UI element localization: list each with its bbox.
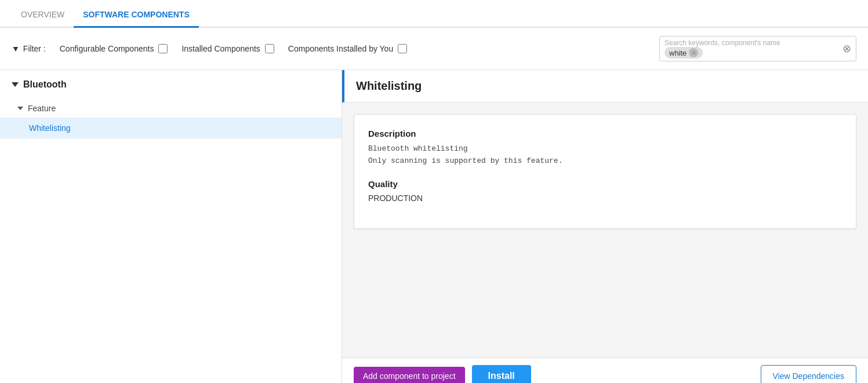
add-component-button[interactable]: Add component to project xyxy=(354,367,465,383)
filter-label: ▼ Filter : xyxy=(12,44,46,53)
sidebar-group-bluetooth[interactable]: Bluetooth xyxy=(0,70,342,99)
filter-installed: Installed Components xyxy=(181,44,274,53)
quality-label: Quality xyxy=(368,179,842,189)
feature-label: Feature xyxy=(28,104,56,113)
view-dependencies-button[interactable]: View Dependencies xyxy=(761,365,857,383)
configurable-checkbox[interactable] xyxy=(158,44,168,53)
panel-body: Description Bluetooth whitelisting Only … xyxy=(342,103,868,358)
installed-label: Installed Components xyxy=(181,44,260,53)
tab-software-components[interactable]: SOFTWARE COMPONENTS xyxy=(74,3,199,28)
panel-title-bar: Whitelisting xyxy=(342,70,868,103)
quality-section: Quality PRODUCTION xyxy=(368,179,842,203)
right-panel: Whitelisting Description Bluetooth white… xyxy=(342,70,868,383)
panel-title: Whitelisting xyxy=(356,79,422,93)
search-tag-close-icon[interactable]: ✕ xyxy=(689,48,698,57)
sidebar-subgroup-feature[interactable]: Feature xyxy=(0,99,342,118)
filter-text: Filter : xyxy=(23,44,46,53)
description-label: Description xyxy=(368,129,842,138)
search-placeholder: Search keywords, component's name xyxy=(664,39,780,47)
sidebar: Bluetooth Feature Whitelisting xyxy=(0,70,342,383)
installed-by-you-checkbox[interactable] xyxy=(398,44,407,53)
description-section: Description Bluetooth whitelisting Only … xyxy=(368,129,842,167)
installed-by-you-label: Components Installed by You xyxy=(288,44,393,53)
search-clear-icon[interactable]: ⊗ xyxy=(842,42,851,55)
top-nav: OVERVIEW SOFTWARE COMPONENTS xyxy=(0,0,868,28)
quality-value: PRODUCTION xyxy=(368,194,842,203)
main-content: Bluetooth Feature Whitelisting Whitelist… xyxy=(0,70,868,383)
description-line1: Bluetooth whitelisting xyxy=(368,143,842,155)
search-box[interactable]: Search keywords, component's name white … xyxy=(659,36,856,61)
installed-checkbox[interactable] xyxy=(265,44,274,53)
install-button[interactable]: Install xyxy=(472,365,531,383)
filter-bar: ▼ Filter : Configurable Components Insta… xyxy=(0,28,868,70)
filter-installed-by-you: Components Installed by You xyxy=(288,44,407,53)
bluetooth-arrow-icon xyxy=(12,82,19,87)
sidebar-section-bluetooth: Bluetooth Feature Whitelisting xyxy=(0,70,342,138)
bluetooth-label: Bluetooth xyxy=(23,79,67,90)
filter-icon: ▼ xyxy=(12,44,20,53)
tab-overview[interactable]: OVERVIEW xyxy=(12,3,74,28)
filter-configurable: Configurable Components xyxy=(60,44,168,53)
feature-arrow-icon xyxy=(17,107,23,110)
search-tag-value: white xyxy=(669,49,687,57)
info-card: Description Bluetooth whitelisting Only … xyxy=(354,114,856,229)
description-line2: Only scanning is supported by this featu… xyxy=(368,155,842,167)
configurable-label: Configurable Components xyxy=(60,44,154,53)
search-tag: white ✕ xyxy=(664,47,703,59)
bottom-bar: Add component to project Install View De… xyxy=(342,358,868,383)
sidebar-item-whitelisting[interactable]: Whitelisting xyxy=(0,118,342,138)
